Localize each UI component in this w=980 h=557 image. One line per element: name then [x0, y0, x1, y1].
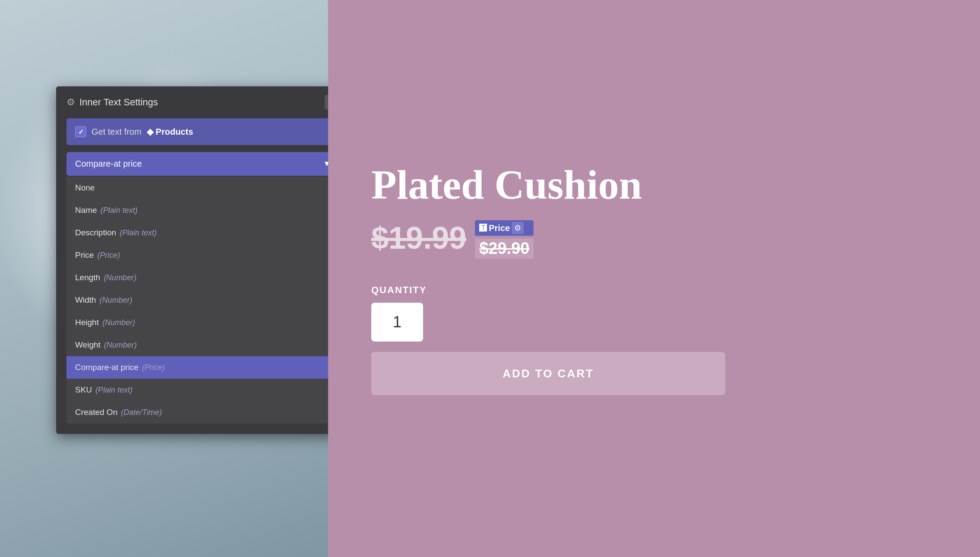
price-row: $19.99 🆃 Price ⚙ $29.90 — [371, 220, 937, 259]
gear-icon: ⚙ — [66, 97, 75, 108]
item-label: Description — [75, 228, 116, 237]
price-label-badge[interactable]: 🆃 Price ⚙ — [475, 220, 534, 236]
item-type: (Number) — [104, 273, 136, 282]
item-label: Height — [75, 318, 99, 327]
dropdown-list: None Name (Plain text) Description (Plai… — [66, 177, 328, 424]
dropdown-item-name[interactable]: Name (Plain text) — [66, 199, 328, 222]
product-title: Plated Cushion — [371, 162, 937, 208]
compare-price: $29.90 — [475, 238, 534, 259]
get-text-from-label: Get text from — [92, 127, 142, 137]
quantity-label: QUANTITY — [371, 285, 937, 296]
modal-header: ⚙ Inner Text Settings × — [56, 86, 328, 118]
item-label: Compare-at price — [75, 363, 139, 372]
dropdown-item-length[interactable]: Length (Number) — [66, 266, 328, 289]
dropdown-item-sku[interactable]: SKU (Plain text) — [66, 379, 328, 401]
pin-icon: ◆ — [147, 127, 153, 137]
dropdown-arrow-icon: ▼ — [323, 159, 328, 168]
price-type-icon: 🆃 — [479, 224, 487, 233]
item-type: (Number) — [102, 318, 135, 327]
quantity-input[interactable]: 1 — [371, 303, 423, 342]
item-label: Created On — [75, 408, 117, 417]
item-label: Name — [75, 206, 97, 215]
inner-text-settings-modal: ⚙ Inner Text Settings × ✓ Get text from … — [56, 86, 328, 434]
product-panel: Plated Cushion $19.99 🆃 Price ⚙ $29.90 Q… — [328, 0, 980, 557]
item-label: None — [75, 183, 95, 193]
price-badge-group: 🆃 Price ⚙ $29.90 — [475, 220, 534, 259]
products-badge: ◆ Products — [147, 127, 193, 137]
dropdown-item-created-on[interactable]: Created On (Date/Time) — [66, 401, 328, 424]
close-button[interactable]: × — [325, 95, 328, 110]
get-text-from-row[interactable]: ✓ Get text from ◆ Products — [66, 118, 328, 145]
item-type: (Plain text) — [120, 228, 157, 237]
add-to-cart-button[interactable]: ADD TO CART — [371, 352, 725, 395]
dropdown-item-weight[interactable]: Weight (Number) — [66, 334, 328, 356]
item-label: Weight — [75, 340, 101, 350]
price-gear-icon[interactable]: ⚙ — [512, 222, 524, 234]
checkbox[interactable]: ✓ — [75, 126, 86, 137]
item-type: (Number) — [104, 341, 137, 350]
checkmark-icon: ✓ — [78, 128, 84, 136]
dropdown-item-compare-at-price[interactable]: Compare-at price (Price) — [66, 356, 328, 379]
dropdown-item-none[interactable]: None — [66, 177, 328, 199]
dropdown-item-description[interactable]: Description (Plain text) — [66, 222, 328, 244]
item-type: (Price) — [97, 251, 120, 260]
products-label: Products — [156, 127, 193, 137]
left-panel: ⚙ Inner Text Settings × ✓ Get text from … — [0, 0, 328, 557]
main-price: $19.99 — [371, 220, 466, 256]
dropdown-item-width[interactable]: Width (Number) — [66, 289, 328, 311]
item-type: (Date/Time) — [121, 408, 162, 417]
modal-title: Inner Text Settings — [79, 97, 158, 108]
dropdown-item-price[interactable]: Price (Price) — [66, 244, 328, 266]
price-badge-label: Price — [489, 223, 510, 233]
item-label: Width — [75, 295, 96, 305]
item-type: (Number) — [100, 296, 133, 305]
item-label: Price — [75, 250, 94, 260]
dropdown-item-height[interactable]: Height (Number) — [66, 311, 328, 334]
dropdown-selector[interactable]: Compare-at price ▼ — [66, 152, 328, 176]
item-type: (Price) — [142, 363, 165, 372]
item-label: Length — [75, 273, 100, 282]
item-type: (Plain text) — [101, 206, 138, 215]
modal-title-row: ⚙ Inner Text Settings — [66, 97, 158, 108]
modal-body: ✓ Get text from ◆ Products Compare-at pr… — [56, 118, 328, 434]
item-label: SKU — [75, 385, 92, 395]
selected-option-label: Compare-at price — [75, 159, 142, 169]
item-type: (Plain text) — [95, 386, 133, 395]
